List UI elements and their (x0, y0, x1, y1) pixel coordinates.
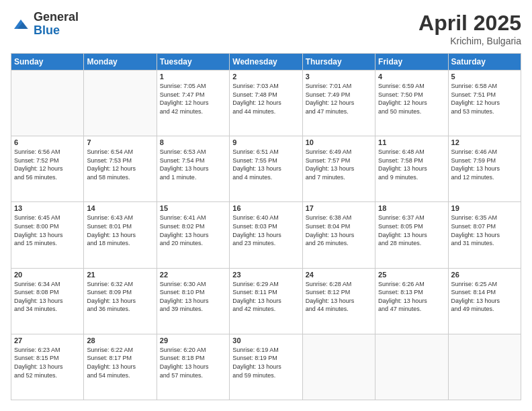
calendar-cell (11, 71, 84, 136)
calendar-cell: 22Sunrise: 6:30 AMSunset: 8:10 PMDayligh… (157, 268, 229, 334)
cell-sun-info: Sunrise: 6:59 AMSunset: 7:50 PMDaylight:… (378, 82, 445, 116)
calendar-cell: 16Sunrise: 6:40 AMSunset: 8:03 PMDayligh… (230, 202, 302, 268)
day-number: 11 (378, 138, 445, 146)
calendar-cell: 6Sunrise: 6:56 AMSunset: 7:52 PMDaylight… (11, 136, 84, 202)
cell-sun-info: Sunrise: 6:29 AMSunset: 8:11 PMDaylight:… (232, 280, 299, 314)
calendar-cell: 18Sunrise: 6:37 AMSunset: 8:05 PMDayligh… (375, 202, 448, 268)
calendar-cell: 5Sunrise: 6:58 AMSunset: 7:51 PMDaylight… (448, 71, 521, 136)
day-number: 7 (87, 138, 153, 146)
cell-sun-info: Sunrise: 6:41 AMSunset: 8:02 PMDaylight:… (160, 214, 226, 247)
cell-sun-info: Sunrise: 6:38 AMSunset: 8:04 PMDaylight:… (306, 214, 372, 247)
day-number: 1 (160, 73, 226, 81)
day-of-week-tuesday: Tuesday (157, 54, 229, 71)
calendar-week-4: 20Sunrise: 6:34 AMSunset: 8:08 PMDayligh… (11, 268, 521, 334)
day-of-week-saturday: Saturday (448, 54, 521, 71)
day-number: 13 (14, 204, 81, 212)
calendar-cell: 2Sunrise: 7:03 AMSunset: 7:48 PMDaylight… (230, 71, 302, 136)
day-number: 6 (14, 138, 81, 146)
day-number: 9 (232, 138, 299, 146)
calendar-week-3: 13Sunrise: 6:45 AMSunset: 8:00 PMDayligh… (11, 202, 521, 268)
cell-sun-info: Sunrise: 6:20 AMSunset: 8:18 PMDaylight:… (160, 346, 226, 379)
logo-text: General Blue (34, 11, 79, 38)
calendar-week-2: 6Sunrise: 6:56 AMSunset: 7:52 PMDaylight… (11, 136, 521, 202)
cell-sun-info: Sunrise: 6:22 AMSunset: 8:17 PMDaylight:… (87, 346, 153, 379)
calendar-cell: 17Sunrise: 6:38 AMSunset: 8:04 PMDayligh… (302, 202, 375, 268)
day-number: 5 (451, 73, 518, 81)
location: Krichim, Bulgaria (418, 36, 521, 46)
calendar-cell: 12Sunrise: 6:46 AMSunset: 7:59 PMDayligh… (448, 136, 521, 202)
calendar-header-row: SundayMondayTuesdayWednesdayThursdayFrid… (11, 54, 521, 71)
cell-sun-info: Sunrise: 7:05 AMSunset: 7:47 PMDaylight:… (160, 82, 226, 116)
cell-sun-info: Sunrise: 6:58 AMSunset: 7:51 PMDaylight:… (451, 82, 518, 116)
calendar-cell: 8Sunrise: 6:53 AMSunset: 7:54 PMDaylight… (157, 136, 229, 202)
day-of-week-friday: Friday (375, 54, 448, 71)
cell-sun-info: Sunrise: 6:54 AMSunset: 7:53 PMDaylight:… (87, 148, 153, 181)
calendar-cell: 28Sunrise: 6:22 AMSunset: 8:17 PMDayligh… (84, 334, 157, 400)
day-of-week-sunday: Sunday (11, 54, 84, 71)
calendar-cell: 23Sunrise: 6:29 AMSunset: 8:11 PMDayligh… (230, 268, 302, 334)
cell-sun-info: Sunrise: 6:30 AMSunset: 8:10 PMDaylight:… (160, 280, 226, 314)
calendar-cell: 9Sunrise: 6:51 AMSunset: 7:55 PMDaylight… (230, 136, 302, 202)
cell-sun-info: Sunrise: 6:51 AMSunset: 7:55 PMDaylight:… (232, 148, 299, 181)
logo: General Blue (11, 11, 79, 38)
month-title: April 2025 (418, 11, 521, 36)
cell-sun-info: Sunrise: 6:53 AMSunset: 7:54 PMDaylight:… (160, 148, 226, 181)
calendar-cell: 10Sunrise: 6:49 AMSunset: 7:57 PMDayligh… (302, 136, 375, 202)
day-number: 17 (306, 204, 372, 212)
cell-sun-info: Sunrise: 6:35 AMSunset: 8:07 PMDaylight:… (451, 214, 518, 247)
calendar-cell: 25Sunrise: 6:26 AMSunset: 8:13 PMDayligh… (375, 268, 448, 334)
calendar-cell: 19Sunrise: 6:35 AMSunset: 8:07 PMDayligh… (448, 202, 521, 268)
title-block: April 2025 Krichim, Bulgaria (418, 11, 521, 46)
calendar-cell: 11Sunrise: 6:48 AMSunset: 7:58 PMDayligh… (375, 136, 448, 202)
calendar-cell: 20Sunrise: 6:34 AMSunset: 8:08 PMDayligh… (11, 268, 84, 334)
day-number: 25 (378, 271, 445, 279)
calendar-cell: 13Sunrise: 6:45 AMSunset: 8:00 PMDayligh… (11, 202, 84, 268)
day-number: 4 (378, 73, 445, 81)
calendar-cell: 3Sunrise: 7:01 AMSunset: 7:49 PMDaylight… (302, 71, 375, 136)
cell-sun-info: Sunrise: 6:45 AMSunset: 8:00 PMDaylight:… (14, 214, 81, 247)
calendar-cell: 27Sunrise: 6:23 AMSunset: 8:15 PMDayligh… (11, 334, 84, 400)
day-number: 16 (232, 204, 299, 212)
cell-sun-info: Sunrise: 6:23 AMSunset: 8:15 PMDaylight:… (14, 346, 81, 379)
day-number: 28 (87, 336, 153, 345)
page: General Blue April 2025 Krichim, Bulgari… (0, 0, 532, 411)
cell-sun-info: Sunrise: 6:28 AMSunset: 8:12 PMDaylight:… (306, 280, 372, 314)
day-of-week-wednesday: Wednesday (230, 54, 302, 71)
calendar-cell: 15Sunrise: 6:41 AMSunset: 8:02 PMDayligh… (157, 202, 229, 268)
day-number: 12 (451, 138, 518, 146)
day-number: 8 (160, 138, 226, 146)
day-number: 22 (160, 271, 226, 279)
cell-sun-info: Sunrise: 6:37 AMSunset: 8:05 PMDaylight:… (378, 214, 445, 247)
cell-sun-info: Sunrise: 6:32 AMSunset: 8:09 PMDaylight:… (87, 280, 153, 314)
calendar-cell: 1Sunrise: 7:05 AMSunset: 7:47 PMDaylight… (157, 71, 229, 136)
day-number: 18 (378, 204, 445, 212)
calendar: SundayMondayTuesdayWednesdayThursdayFrid… (11, 53, 521, 400)
cell-sun-info: Sunrise: 7:03 AMSunset: 7:48 PMDaylight:… (232, 82, 299, 116)
day-number: 20 (14, 271, 81, 279)
day-number: 29 (160, 336, 226, 345)
logo-blue: Blue (34, 24, 79, 38)
calendar-cell: 14Sunrise: 6:43 AMSunset: 8:01 PMDayligh… (84, 202, 157, 268)
calendar-week-5: 27Sunrise: 6:23 AMSunset: 8:15 PMDayligh… (11, 334, 521, 400)
calendar-cell: 21Sunrise: 6:32 AMSunset: 8:09 PMDayligh… (84, 268, 157, 334)
cell-sun-info: Sunrise: 6:34 AMSunset: 8:08 PMDaylight:… (14, 280, 81, 314)
day-of-week-thursday: Thursday (302, 54, 375, 71)
calendar-cell (375, 334, 448, 400)
header: General Blue April 2025 Krichim, Bulgari… (11, 11, 521, 46)
calendar-cell (448, 334, 521, 400)
calendar-cell: 30Sunrise: 6:19 AMSunset: 8:19 PMDayligh… (230, 334, 302, 400)
day-number: 3 (306, 73, 372, 81)
day-number: 24 (306, 271, 372, 279)
calendar-cell: 24Sunrise: 6:28 AMSunset: 8:12 PMDayligh… (302, 268, 375, 334)
day-number: 26 (451, 271, 518, 279)
cell-sun-info: Sunrise: 6:43 AMSunset: 8:01 PMDaylight:… (87, 214, 153, 247)
logo-icon (11, 14, 31, 34)
calendar-cell: 4Sunrise: 6:59 AMSunset: 7:50 PMDaylight… (375, 71, 448, 136)
calendar-cell (84, 71, 157, 136)
cell-sun-info: Sunrise: 6:19 AMSunset: 8:19 PMDaylight:… (232, 346, 299, 379)
cell-sun-info: Sunrise: 6:40 AMSunset: 8:03 PMDaylight:… (232, 214, 299, 247)
calendar-cell (302, 334, 375, 400)
day-number: 14 (87, 204, 153, 212)
day-number: 21 (87, 271, 153, 279)
day-number: 10 (306, 138, 372, 146)
